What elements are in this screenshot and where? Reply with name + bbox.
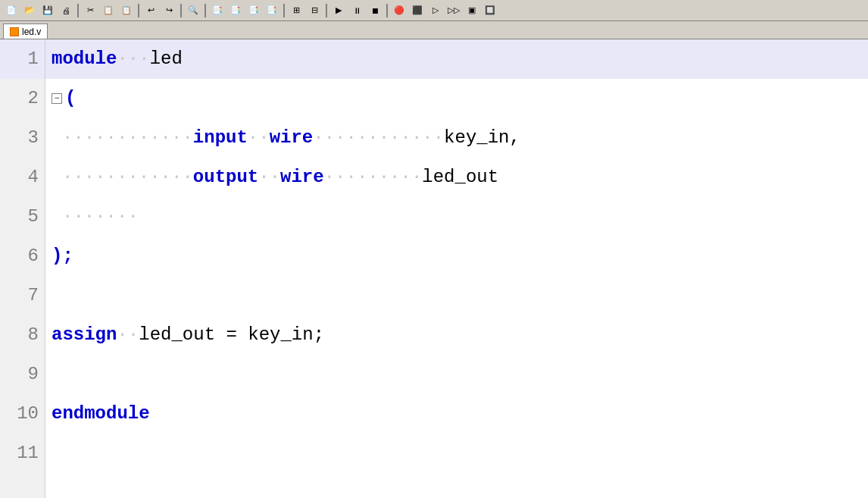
tab-led-v[interactable]: led.v <box>3 23 48 39</box>
toolbar-separator-6 <box>326 4 327 17</box>
toolbar-btn-8[interactable]: 📑 <box>264 2 280 19</box>
open-paren: ( <box>65 79 76 118</box>
indent-dots-4a: ············ <box>52 158 193 197</box>
line-num-4: 4 <box>0 158 45 197</box>
line-num-2: 2 <box>0 79 45 118</box>
code-line-4: ············ output ·· wire ········· le… <box>45 158 868 197</box>
line-num-1: 1 <box>0 39 45 79</box>
tab-label: led.v <box>22 27 41 37</box>
code-line-10: endmodule <box>45 394 868 434</box>
toolbar-separator-5 <box>283 4 285 17</box>
toolbar-btn-13[interactable]: ⏹ <box>367 2 383 19</box>
kw-output: output <box>193 158 258 197</box>
indent-dots-3a: ············ <box>52 118 193 158</box>
toolbar-btn-12[interactable]: ⏸ <box>348 2 365 19</box>
toolbar-separator-4 <box>205 4 206 17</box>
toolbar-separator-2 <box>138 4 139 17</box>
close-paren-semi: ); <box>52 236 73 276</box>
line-num-8: 8 <box>0 315 45 355</box>
line-num-9: 9 <box>0 355 45 394</box>
code-area: module ··· led − ( ············ input ··… <box>45 39 868 498</box>
toolbar-undo[interactable]: ↩ <box>142 2 159 19</box>
toolbar-cut[interactable]: ✂ <box>82 2 98 19</box>
kw-input: input <box>193 118 248 158</box>
tab-bar: led.v <box>0 21 868 39</box>
code-line-9 <box>45 355 868 394</box>
toolbar-btn-18[interactable]: ▣ <box>464 2 480 19</box>
kw-wire-3: wire <box>270 118 314 158</box>
indent-dots-5: ······· <box>52 197 139 236</box>
toolbar-copy[interactable]: 📋 <box>100 2 117 19</box>
indent-dots-1: ··· <box>117 39 149 79</box>
code-line-2: − ( <box>45 79 868 118</box>
toolbar-separator-1 <box>77 4 79 17</box>
toolbar-btn-5[interactable]: 📑 <box>209 2 226 19</box>
toolbar-btn-14[interactable]: 🔴 <box>391 2 407 19</box>
toolbar-find[interactable]: 🔍 <box>185 2 201 19</box>
toolbar-btn-16[interactable]: ▷ <box>427 2 444 19</box>
line-num-11: 11 <box>0 434 45 473</box>
toolbar-open[interactable]: 📂 <box>21 2 38 19</box>
code-line-8: assign ·· led_out = key_in; <box>45 315 868 355</box>
toolbar-btn-17[interactable]: ▷▷ <box>445 2 462 19</box>
toolbar-btn-6[interactable]: 📑 <box>227 2 244 19</box>
code-line-7 <box>45 276 868 315</box>
toolbar-btn-11[interactable]: ▶ <box>330 2 347 19</box>
toolbar-save[interactable]: 💾 <box>39 2 56 19</box>
toolbar-redo[interactable]: ↪ <box>161 2 177 19</box>
toolbar-separator-7 <box>386 4 388 17</box>
toolbar-paste[interactable]: 📋 <box>118 2 135 19</box>
code-line-5: ······· <box>45 197 868 236</box>
indent-dots-4c: ········· <box>324 158 423 197</box>
indent-dots-8: ·· <box>117 315 139 355</box>
toolbar-btn-9[interactable]: ⊞ <box>288 2 304 19</box>
line-num-7: 7 <box>0 276 45 315</box>
code-line-3: ············ input ·· wire ············ … <box>45 118 868 158</box>
indent-dots-3c: ············ <box>313 118 444 158</box>
id-led: led <box>150 39 183 79</box>
line-num-5: 5 <box>0 197 45 236</box>
code-line-6: ); <box>45 236 868 276</box>
kw-endmodule: endmodule <box>52 394 150 434</box>
id-key-in: key_in, <box>444 118 520 158</box>
kw-module: module <box>52 39 117 79</box>
toolbar-btn-10[interactable]: ⊟ <box>306 2 323 19</box>
toolbar-print[interactable]: 🖨 <box>58 2 74 19</box>
line-num-3: 3 <box>0 118 45 158</box>
line-numbers: 1 2 3 4 5 6 7 8 9 10 11 <box>0 39 45 498</box>
kw-assign: assign <box>52 315 117 355</box>
toolbar-btn-15[interactable]: ⬛ <box>409 2 426 19</box>
indent-dots-4b: ·· <box>258 158 280 197</box>
indent-dots-3b: ·· <box>248 118 270 158</box>
toolbar-btn-19[interactable]: 🔲 <box>482 2 498 19</box>
toolbar-new[interactable]: 📄 <box>3 2 20 19</box>
assign-expr: led_out = key_in; <box>139 315 324 355</box>
toolbar-btn-7[interactable]: 📑 <box>245 2 262 19</box>
fold-indicator[interactable]: − <box>52 93 62 104</box>
toolbar: 📄 📂 💾 🖨 ✂ 📋 📋 ↩ ↪ 🔍 📑 📑 📑 📑 ⊞ ⊟ ▶ ⏸ ⏹ 🔴 … <box>0 0 868 21</box>
code-line-11 <box>45 434 868 473</box>
code-line-1: module ··· led <box>45 39 868 79</box>
editor: 1 2 3 4 5 6 7 8 9 10 11 module ··· led −… <box>0 39 868 498</box>
id-led-out: led_out <box>422 158 498 197</box>
kw-wire-4: wire <box>280 158 324 197</box>
line-num-6: 6 <box>0 236 45 276</box>
line-num-10: 10 <box>0 394 45 434</box>
tab-icon <box>10 27 19 36</box>
toolbar-separator-3 <box>180 4 182 17</box>
